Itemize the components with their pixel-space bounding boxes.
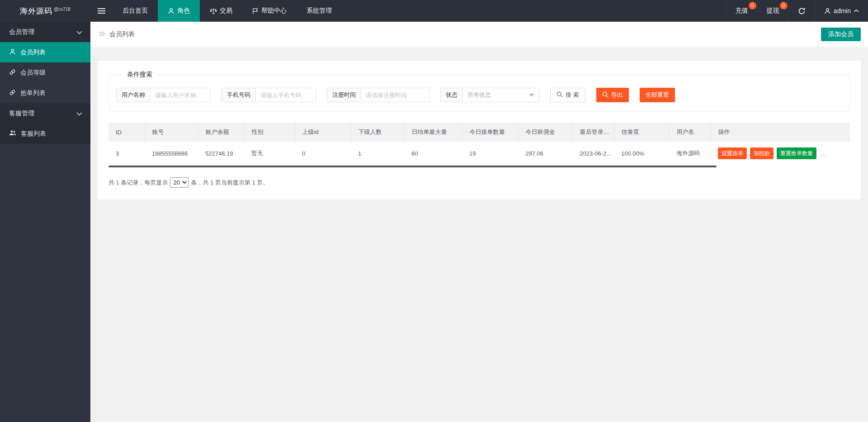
cell-parent-id: 0: [295, 142, 351, 165]
nav-tab-dashboard[interactable]: 后台首页: [113, 0, 158, 22]
brand-suffix: @cv718: [54, 7, 71, 12]
recharge-button[interactable]: 充值 0: [726, 0, 757, 22]
recharge-badge: 0: [749, 2, 756, 9]
nav-tab-label: 帮助中心: [261, 7, 287, 15]
withdraw-button[interactable]: 提现 0: [757, 0, 788, 22]
search-legend: 条件搜索: [123, 71, 156, 79]
register-time-field-label: 注册时间: [327, 88, 361, 102]
column-header-subordinates: 下级人数: [351, 123, 404, 142]
sidebar-item-label: 会员列表: [20, 48, 46, 57]
refresh-button[interactable]: [788, 0, 815, 22]
user-icon: [9, 48, 16, 57]
column-header-daily-max: 日结单最大量: [404, 123, 462, 142]
status-field-label: 状态: [441, 88, 463, 102]
nav-tab-label: 角色: [177, 7, 190, 15]
sidebar-group-label: 会员管理: [9, 28, 34, 36]
nav-menu: 后台首页 角色 交易 帮助中心 系统管理: [90, 0, 726, 22]
phone-input[interactable]: [256, 88, 316, 102]
column-header-today-commission: 今日获佣金: [518, 123, 572, 142]
nav-tab-label: 交易: [220, 7, 232, 15]
table-row: 3 18855556666 522746.19 暂无 0 1 60 19 297…: [108, 142, 850, 165]
withdraw-label: 提现: [767, 7, 779, 15]
add-deduct-funds-button[interactable]: 加扣款: [750, 147, 774, 159]
column-header-account: 账号: [145, 123, 198, 142]
column-header-username: 用户名: [669, 123, 711, 142]
sidebar-item-service-list[interactable]: 客服列表: [0, 123, 90, 144]
nav-tab-label: 系统管理: [307, 7, 332, 15]
cell-subordinates: 1: [351, 142, 404, 165]
sidebar-item-member-level[interactable]: 会员等级: [0, 62, 90, 83]
pagination-bar: 共 1 条记录，每页显示 20 条，共 1 页当前显示第 1 页。: [108, 177, 850, 188]
main-card: 条件搜索 用户名称 手机号码 注册时间: [98, 61, 861, 199]
status-field-group: 状态 所有状态: [440, 88, 539, 102]
caret-down-icon: [529, 94, 534, 97]
search-form-row: 用户名称 手机号码 注册时间 状态: [116, 88, 842, 102]
nav-tab-system[interactable]: 系统管理: [297, 0, 342, 22]
user-icon: [168, 8, 175, 14]
users-icon: [9, 130, 16, 138]
export-button[interactable]: 导出: [596, 88, 629, 102]
content-area: 会员列表 添加会员 条件搜索 用户名称 手机号码: [90, 22, 868, 422]
scales-icon: [210, 8, 217, 14]
double-chevron-icon: [99, 30, 106, 38]
reset-grab-count-button[interactable]: 重置抢单数量: [777, 147, 816, 159]
brand-title: 海外源码: [20, 6, 52, 16]
hamburger-icon: [98, 8, 105, 14]
cell-today-commission: 297.06: [518, 142, 572, 165]
link-icon: [9, 89, 16, 97]
search-button[interactable]: 搜 索: [550, 88, 585, 102]
chevron-down-icon: [76, 28, 82, 36]
cell-balance: 522746.19: [198, 142, 244, 165]
nav-tab-label: 后台首页: [123, 7, 148, 15]
pagination-suffix: 条，共 1 页当前显示第 1 页。: [191, 179, 269, 187]
set-chain-order-button[interactable]: 设置连单: [718, 147, 747, 159]
nav-tab-role[interactable]: 角色: [158, 0, 200, 22]
nav-tab-trade[interactable]: 交易: [200, 0, 242, 22]
column-header-last-login: 最后登录时...: [572, 123, 614, 142]
refresh-icon: [798, 7, 806, 15]
cell-username: 海外源码: [669, 142, 711, 165]
username-field-label: 用户名称: [117, 88, 151, 102]
per-page-select[interactable]: 20: [170, 177, 189, 188]
cell-gender: 暂无: [244, 142, 295, 165]
sidebar-group-member-management[interactable]: 会员管理: [0, 22, 90, 42]
chevron-up-icon: [854, 9, 859, 13]
column-header-gender: 性别: [244, 123, 295, 142]
column-header-balance: 账户余额: [198, 123, 244, 142]
column-header-actions: 操作: [711, 123, 850, 142]
nav-right: 充值 0 提现 0 admin: [726, 0, 868, 22]
sidebar-item-label: 抢单列表: [20, 89, 46, 97]
sidebar-item-label: 会员等级: [20, 69, 46, 77]
withdraw-badge: 0: [780, 2, 788, 9]
sidebar-item-member-list[interactable]: 会员列表: [0, 42, 90, 62]
more-actions-button[interactable]: ...: [820, 150, 826, 157]
register-time-input[interactable]: [361, 88, 429, 102]
member-table: ID 账号 账户余额 性别 上级id 下级人数 日结单最大量 今日接单数量 今日…: [108, 123, 850, 165]
cell-credit: 100.00%: [614, 142, 669, 165]
flag-icon: [252, 8, 259, 14]
page-title: 会员列表: [109, 30, 135, 38]
sidebar-group-service-management[interactable]: 客服管理: [0, 103, 90, 123]
username-input[interactable]: [151, 88, 210, 102]
cell-actions: 设置连单 加扣款 重置抢单数量 ...: [711, 142, 850, 165]
menu-toggle-button[interactable]: [90, 0, 113, 22]
user-icon: [824, 8, 831, 14]
cell-last-login: 2023-06-2...: [572, 142, 614, 165]
column-header-credit: 信誉度: [614, 123, 669, 142]
status-select[interactable]: 所有状态: [463, 88, 539, 102]
add-member-button[interactable]: 添加会员: [821, 28, 861, 41]
user-menu[interactable]: admin: [815, 0, 868, 22]
search-button-label: 搜 索: [566, 91, 579, 99]
brand-logo: 海外源码 @cv718: [0, 0, 90, 22]
sidebar-item-grab-order-list[interactable]: 抢单列表: [0, 83, 90, 103]
search-icon: [602, 91, 609, 99]
cell-id: 3: [108, 142, 145, 165]
column-header-id: ID: [108, 123, 145, 142]
nav-tab-help[interactable]: 帮助中心: [242, 0, 297, 22]
horizontal-scrollbar-thumb[interactable]: [108, 166, 717, 167]
register-time-field-group: 注册时间: [327, 88, 429, 102]
phone-field-label: 手机号码: [222, 88, 256, 102]
reset-all-button-label: 全部重置: [646, 91, 669, 99]
reset-all-button[interactable]: 全部重置: [640, 88, 675, 102]
username-field-group: 用户名称: [116, 88, 211, 102]
